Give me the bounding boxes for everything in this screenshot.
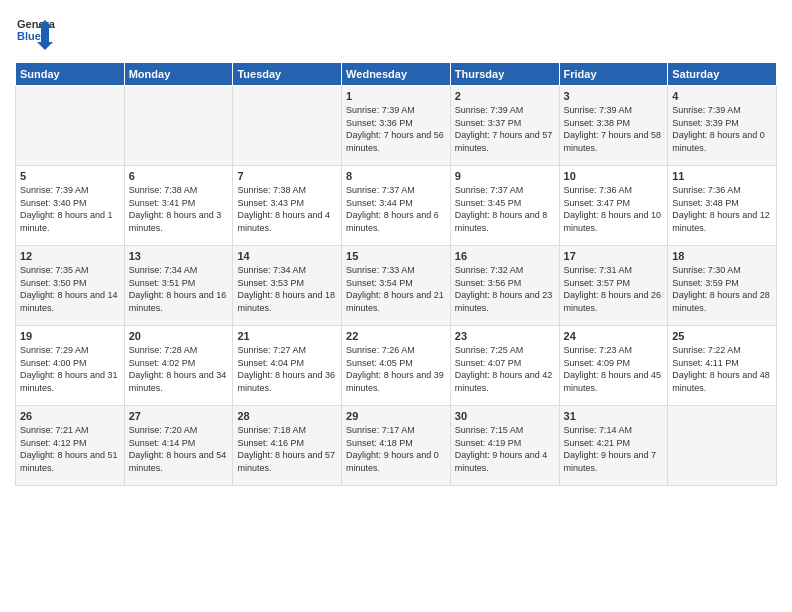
calendar-day-cell: 6Sunrise: 7:38 AM Sunset: 3:41 PM Daylig…: [124, 166, 233, 246]
day-number: 10: [564, 170, 664, 182]
day-number: 15: [346, 250, 446, 262]
day-number: 25: [672, 330, 772, 342]
calendar-day-cell: 26Sunrise: 7:21 AM Sunset: 4:12 PM Dayli…: [16, 406, 125, 486]
calendar-day-cell: 31Sunrise: 7:14 AM Sunset: 4:21 PM Dayli…: [559, 406, 668, 486]
calendar-day-cell: 25Sunrise: 7:22 AM Sunset: 4:11 PM Dayli…: [668, 326, 777, 406]
day-info: Sunrise: 7:37 AM Sunset: 3:45 PM Dayligh…: [455, 184, 555, 234]
day-number: 31: [564, 410, 664, 422]
day-number: 19: [20, 330, 120, 342]
day-info: Sunrise: 7:23 AM Sunset: 4:09 PM Dayligh…: [564, 344, 664, 394]
day-info: Sunrise: 7:31 AM Sunset: 3:57 PM Dayligh…: [564, 264, 664, 314]
day-info: Sunrise: 7:39 AM Sunset: 3:40 PM Dayligh…: [20, 184, 120, 234]
calendar-header-tuesday: Tuesday: [233, 63, 342, 86]
calendar-header-sunday: Sunday: [16, 63, 125, 86]
day-info: Sunrise: 7:18 AM Sunset: 4:16 PM Dayligh…: [237, 424, 337, 474]
calendar-day-cell: [233, 86, 342, 166]
day-info: Sunrise: 7:36 AM Sunset: 3:48 PM Dayligh…: [672, 184, 772, 234]
calendar-header-wednesday: Wednesday: [342, 63, 451, 86]
day-info: Sunrise: 7:26 AM Sunset: 4:05 PM Dayligh…: [346, 344, 446, 394]
calendar-header-monday: Monday: [124, 63, 233, 86]
day-info: Sunrise: 7:27 AM Sunset: 4:04 PM Dayligh…: [237, 344, 337, 394]
calendar-day-cell: 9Sunrise: 7:37 AM Sunset: 3:45 PM Daylig…: [450, 166, 559, 246]
calendar-week-row: 19Sunrise: 7:29 AM Sunset: 4:00 PM Dayli…: [16, 326, 777, 406]
day-number: 18: [672, 250, 772, 262]
calendar-week-row: 12Sunrise: 7:35 AM Sunset: 3:50 PM Dayli…: [16, 246, 777, 326]
calendar-day-cell: 11Sunrise: 7:36 AM Sunset: 3:48 PM Dayli…: [668, 166, 777, 246]
day-number: 21: [237, 330, 337, 342]
calendar-header-saturday: Saturday: [668, 63, 777, 86]
day-number: 22: [346, 330, 446, 342]
day-info: Sunrise: 7:39 AM Sunset: 3:36 PM Dayligh…: [346, 104, 446, 154]
logo: General Blue: [15, 10, 55, 54]
calendar-week-row: 5Sunrise: 7:39 AM Sunset: 3:40 PM Daylig…: [16, 166, 777, 246]
calendar-day-cell: 12Sunrise: 7:35 AM Sunset: 3:50 PM Dayli…: [16, 246, 125, 326]
day-info: Sunrise: 7:29 AM Sunset: 4:00 PM Dayligh…: [20, 344, 120, 394]
calendar-day-cell: 8Sunrise: 7:37 AM Sunset: 3:44 PM Daylig…: [342, 166, 451, 246]
day-number: 6: [129, 170, 229, 182]
day-number: 13: [129, 250, 229, 262]
day-info: Sunrise: 7:34 AM Sunset: 3:53 PM Dayligh…: [237, 264, 337, 314]
calendar-day-cell: 3Sunrise: 7:39 AM Sunset: 3:38 PM Daylig…: [559, 86, 668, 166]
calendar-day-cell: 16Sunrise: 7:32 AM Sunset: 3:56 PM Dayli…: [450, 246, 559, 326]
day-info: Sunrise: 7:32 AM Sunset: 3:56 PM Dayligh…: [455, 264, 555, 314]
calendar-day-cell: 24Sunrise: 7:23 AM Sunset: 4:09 PM Dayli…: [559, 326, 668, 406]
day-info: Sunrise: 7:30 AM Sunset: 3:59 PM Dayligh…: [672, 264, 772, 314]
day-number: 23: [455, 330, 555, 342]
day-info: Sunrise: 7:14 AM Sunset: 4:21 PM Dayligh…: [564, 424, 664, 474]
day-number: 1: [346, 90, 446, 102]
calendar-day-cell: 27Sunrise: 7:20 AM Sunset: 4:14 PM Dayli…: [124, 406, 233, 486]
logo-icon: General Blue: [15, 10, 55, 54]
day-info: Sunrise: 7:22 AM Sunset: 4:11 PM Dayligh…: [672, 344, 772, 394]
calendar-day-cell: 1Sunrise: 7:39 AM Sunset: 3:36 PM Daylig…: [342, 86, 451, 166]
calendar-day-cell: 14Sunrise: 7:34 AM Sunset: 3:53 PM Dayli…: [233, 246, 342, 326]
day-number: 5: [20, 170, 120, 182]
day-info: Sunrise: 7:33 AM Sunset: 3:54 PM Dayligh…: [346, 264, 446, 314]
calendar-day-cell: 13Sunrise: 7:34 AM Sunset: 3:51 PM Dayli…: [124, 246, 233, 326]
calendar-day-cell: [124, 86, 233, 166]
calendar-day-cell: 2Sunrise: 7:39 AM Sunset: 3:37 PM Daylig…: [450, 86, 559, 166]
day-info: Sunrise: 7:35 AM Sunset: 3:50 PM Dayligh…: [20, 264, 120, 314]
calendar-day-cell: 29Sunrise: 7:17 AM Sunset: 4:18 PM Dayli…: [342, 406, 451, 486]
calendar-header-thursday: Thursday: [450, 63, 559, 86]
day-number: 16: [455, 250, 555, 262]
day-number: 7: [237, 170, 337, 182]
day-info: Sunrise: 7:15 AM Sunset: 4:19 PM Dayligh…: [455, 424, 555, 474]
calendar-day-cell: 30Sunrise: 7:15 AM Sunset: 4:19 PM Dayli…: [450, 406, 559, 486]
calendar-day-cell: 23Sunrise: 7:25 AM Sunset: 4:07 PM Dayli…: [450, 326, 559, 406]
calendar-day-cell: [668, 406, 777, 486]
day-number: 9: [455, 170, 555, 182]
day-number: 28: [237, 410, 337, 422]
day-info: Sunrise: 7:17 AM Sunset: 4:18 PM Dayligh…: [346, 424, 446, 474]
day-info: Sunrise: 7:37 AM Sunset: 3:44 PM Dayligh…: [346, 184, 446, 234]
day-number: 30: [455, 410, 555, 422]
day-number: 12: [20, 250, 120, 262]
calendar-day-cell: [16, 86, 125, 166]
svg-text:Blue: Blue: [17, 30, 41, 42]
day-info: Sunrise: 7:36 AM Sunset: 3:47 PM Dayligh…: [564, 184, 664, 234]
calendar-day-cell: 20Sunrise: 7:28 AM Sunset: 4:02 PM Dayli…: [124, 326, 233, 406]
svg-text:General: General: [17, 18, 55, 30]
day-number: 26: [20, 410, 120, 422]
calendar-week-row: 1Sunrise: 7:39 AM Sunset: 3:36 PM Daylig…: [16, 86, 777, 166]
day-info: Sunrise: 7:21 AM Sunset: 4:12 PM Dayligh…: [20, 424, 120, 474]
page-header: General Blue: [15, 10, 777, 54]
day-number: 17: [564, 250, 664, 262]
day-number: 3: [564, 90, 664, 102]
calendar-day-cell: 21Sunrise: 7:27 AM Sunset: 4:04 PM Dayli…: [233, 326, 342, 406]
calendar-day-cell: 5Sunrise: 7:39 AM Sunset: 3:40 PM Daylig…: [16, 166, 125, 246]
page-container: General Blue SundayMondayTuesdayWednesda…: [0, 0, 792, 496]
day-number: 2: [455, 90, 555, 102]
day-number: 24: [564, 330, 664, 342]
calendar-day-cell: 4Sunrise: 7:39 AM Sunset: 3:39 PM Daylig…: [668, 86, 777, 166]
calendar-header-row: SundayMondayTuesdayWednesdayThursdayFrid…: [16, 63, 777, 86]
calendar-day-cell: 17Sunrise: 7:31 AM Sunset: 3:57 PM Dayli…: [559, 246, 668, 326]
day-number: 27: [129, 410, 229, 422]
calendar-week-row: 26Sunrise: 7:21 AM Sunset: 4:12 PM Dayli…: [16, 406, 777, 486]
day-info: Sunrise: 7:34 AM Sunset: 3:51 PM Dayligh…: [129, 264, 229, 314]
day-number: 29: [346, 410, 446, 422]
day-info: Sunrise: 7:20 AM Sunset: 4:14 PM Dayligh…: [129, 424, 229, 474]
calendar-day-cell: 15Sunrise: 7:33 AM Sunset: 3:54 PM Dayli…: [342, 246, 451, 326]
calendar-header-friday: Friday: [559, 63, 668, 86]
day-info: Sunrise: 7:39 AM Sunset: 3:39 PM Dayligh…: [672, 104, 772, 154]
day-info: Sunrise: 7:38 AM Sunset: 3:41 PM Dayligh…: [129, 184, 229, 234]
